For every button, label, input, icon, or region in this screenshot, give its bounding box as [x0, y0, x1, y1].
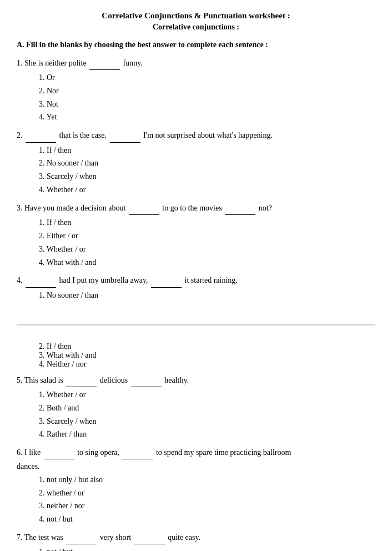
q3-text-mid: to go to the movies	[162, 204, 224, 212]
list-item: 2. Either / or	[39, 229, 375, 243]
q5-text-before: This salad is	[24, 376, 66, 384]
q7-text-mid: very short	[100, 533, 133, 542]
q3-number: 3.	[17, 204, 24, 212]
q2-blank2	[110, 129, 140, 142]
list-item: 1. If / then	[39, 216, 375, 229]
question-7: 7. The test was very short quite easy. 1…	[17, 532, 375, 551]
q4-text-after: it started raining.	[185, 276, 238, 284]
list-item: 3. Whether / or	[39, 243, 375, 256]
q3-text-after: not?	[259, 204, 272, 212]
q3-text-before: Have you made a decision about	[24, 204, 128, 212]
q6-text-dances: dances.	[17, 460, 375, 473]
list-item: 3. Not	[39, 98, 375, 111]
list-item: 3. Scarcely / when	[39, 170, 375, 183]
list-item: 4. Rather / than	[39, 428, 375, 441]
question-4-text: 4. had I put my umbrella away, it starte…	[17, 274, 375, 287]
question-4: 4. had I put my umbrella away, it starte…	[17, 274, 375, 302]
q5-text-mid: delicious	[100, 376, 130, 384]
q4-blank1	[26, 274, 56, 287]
list-item: 4. Yet	[39, 111, 375, 124]
question-2: 2. that is the case, I'm not surprised a…	[17, 129, 375, 197]
q6-number: 6.	[17, 448, 24, 457]
q7-number: 7.	[17, 533, 24, 542]
list-item: 1. not only / but also	[39, 473, 375, 487]
q1-options: 1. Or 2. Nor 3. Not 4. Yet	[39, 71, 375, 124]
q7-text-after: quite easy.	[168, 533, 200, 542]
question-5: 5. This salad is delicious healthy. 1. W…	[17, 374, 375, 442]
list-item: 4. Neither / nor	[39, 360, 375, 369]
list-item: 3. What with / and	[39, 351, 375, 360]
question-2-text: 2. that is the case, I'm not surprised a…	[17, 129, 375, 142]
list-item: 2. No sooner / than	[39, 157, 375, 170]
list-item: 1. Or	[39, 71, 375, 84]
page-divider	[17, 324, 375, 325]
q6-options: 1. not only / but also 2. whether / or 3…	[39, 473, 375, 526]
list-item: 2. Both / and	[39, 402, 375, 415]
q1-number: 1.	[17, 59, 24, 67]
list-item: 1. If / then	[39, 144, 375, 157]
q6-text-before: I like	[24, 448, 43, 457]
q5-text-after: healthy.	[164, 376, 189, 384]
q3-blank2	[225, 202, 255, 215]
list-item: 3. neither / nor	[39, 499, 375, 513]
top-section: Correlative Conjunctions & Punctuation w…	[17, 11, 375, 313]
question-3: 3. Have you made a decision about to go …	[17, 202, 375, 269]
q5-number: 5.	[17, 376, 24, 384]
page: Correlative Conjunctions & Punctuation w…	[0, 0, 392, 551]
question-3-text: 3. Have you made a decision about to go …	[17, 202, 375, 215]
q5-blank1	[66, 374, 97, 387]
bottom-section: 2. If / then 3. What with / and 4. Neith…	[17, 337, 375, 551]
q7-blank2	[134, 532, 165, 544]
question-6-text: 6. I like to sing opera, to spend my spa…	[17, 447, 375, 459]
q6-blank1	[44, 447, 74, 459]
q7-options: 1. not / but 2. both / and 3. whether / …	[39, 545, 375, 551]
list-item: 4. What with / and	[39, 256, 375, 269]
q2-blank1	[26, 129, 56, 142]
list-item: 4. Whether / or	[39, 183, 375, 197]
q6-text-mid: to sing opera,	[77, 448, 121, 457]
list-item: 2. Nor	[39, 84, 375, 98]
section-a-header: A. Fill in the blanks by choosing the be…	[17, 39, 375, 51]
q5-blank2	[131, 374, 162, 387]
list-item: 1. not / but	[39, 545, 375, 551]
question-1-text: 1. She is neither polite funny.	[17, 57, 375, 70]
q6-blank2	[122, 447, 153, 459]
q4-continuation-options: 2. If / then 3. What with / and 4. Neith…	[39, 342, 375, 369]
page-subtitle: Correlative conjunctions :	[17, 23, 375, 32]
q2-number: 2.	[17, 131, 24, 139]
q2-text-mid: that is the case,	[59, 131, 109, 139]
question-6: 6. I like to sing opera, to spend my spa…	[17, 447, 375, 526]
q4-number: 4.	[17, 276, 24, 284]
list-item: 4. not / but	[39, 513, 375, 526]
q4-options: 1. No sooner / than	[39, 289, 375, 302]
q4-blank2	[151, 274, 182, 287]
list-item: 1. No sooner / than	[39, 289, 375, 302]
q1-text-after: funny.	[123, 59, 143, 67]
q3-options: 1. If / then 2. Either / or 3. Whether /…	[39, 216, 375, 269]
q2-text-after: I'm not surprised about what's happening…	[143, 131, 273, 139]
question-1: 1. She is neither polite funny. 1. Or 2.…	[17, 57, 375, 124]
question-7-text: 7. The test was very short quite easy.	[17, 532, 375, 544]
q1-blank1	[89, 57, 120, 70]
q2-options: 1. If / then 2. No sooner / than 3. Scar…	[39, 144, 375, 197]
q3-blank1	[129, 202, 159, 215]
q6-text-after: to spend my spare time practicing ballro…	[156, 448, 291, 457]
list-item: 3. Scarcely / when	[39, 415, 375, 428]
question-5-text: 5. This salad is delicious healthy.	[17, 374, 375, 387]
list-item: 2. If / then	[39, 342, 375, 351]
q1-text-before: She is neither polite	[24, 59, 88, 67]
page-title: Correlative Conjunctions & Punctuation w…	[17, 11, 375, 21]
q7-blank1	[66, 532, 97, 544]
q5-options: 1. Whether / or 2. Both / and 3. Scarcel…	[39, 388, 375, 441]
list-item: 1. Whether / or	[39, 388, 375, 402]
list-item: 2. whether / or	[39, 487, 375, 500]
q7-text-before: The test was	[24, 533, 65, 542]
q4-text-before: had I put my umbrella away,	[59, 276, 150, 284]
